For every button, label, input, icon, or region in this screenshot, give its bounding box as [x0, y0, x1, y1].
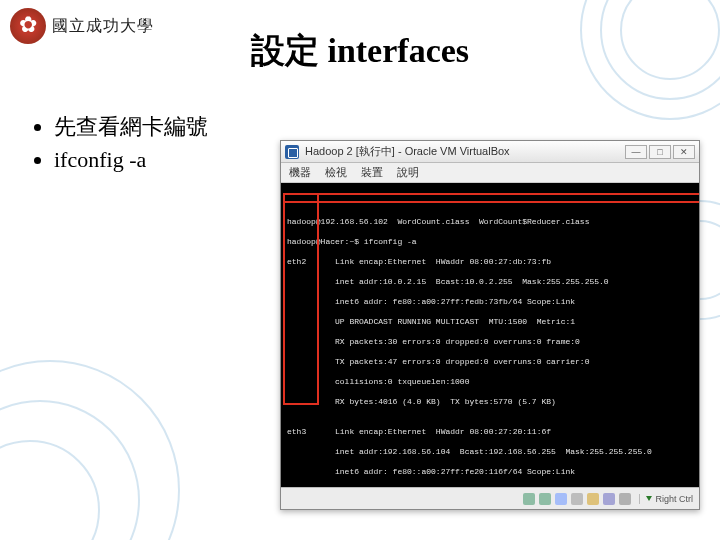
terminal-line: hadoop@Hacer:~$ ifconfig -a	[287, 237, 693, 247]
arrow-down-icon	[646, 496, 652, 501]
terminal-line: inet addr:192.168.56.104 Bcast:192.168.5…	[287, 447, 693, 457]
host-key-indicator[interactable]: Right Ctrl	[639, 494, 693, 504]
terminal-line: collisions:0 txqueuelen:1000	[287, 377, 693, 387]
highlight-command-box	[283, 193, 699, 203]
close-button[interactable]: ✕	[673, 145, 695, 159]
virtualbox-icon	[285, 145, 299, 159]
menu-devices[interactable]: 裝置	[361, 165, 383, 180]
shared-folder-icon[interactable]	[587, 493, 599, 505]
terminal-line: hadoop@192.168.56.102 WordCount.class Wo…	[287, 217, 693, 227]
vm-statusbar: Right Ctrl	[281, 487, 699, 509]
terminal-line: eth3 Link encap:Ethernet HWaddr 08:00:27…	[287, 427, 693, 437]
bullet-list: 先查看網卡編號 ifconfig -a	[34, 110, 208, 176]
menu-view[interactable]: 檢視	[325, 165, 347, 180]
vm-titlebar[interactable]: Hadoop 2 [執行中] - Oracle VM VirtualBox — …	[281, 141, 699, 163]
logo-emblem-icon	[10, 8, 46, 44]
bullet-item: 先查看網卡編號	[54, 110, 208, 143]
display-icon[interactable]	[603, 493, 615, 505]
terminal-line: TX packets:47 errors:0 dropped:0 overrun…	[287, 357, 693, 367]
window-controls: — □ ✕	[625, 145, 695, 159]
vm-window: Hadoop 2 [執行中] - Oracle VM VirtualBox — …	[280, 140, 700, 510]
minimize-button[interactable]: —	[625, 145, 647, 159]
mouse-integration-icon[interactable]	[619, 493, 631, 505]
vm-menubar: 機器 檢視 裝置 說明	[281, 163, 699, 183]
menu-help[interactable]: 說明	[397, 165, 419, 180]
menu-machine[interactable]: 機器	[289, 165, 311, 180]
terminal-line: RX packets:30 errors:0 dropped:0 overrun…	[287, 337, 693, 347]
bullet-item: ifconfig -a	[54, 143, 208, 176]
terminal-line: RX bytes:4016 (4.0 KB) TX bytes:5770 (5.…	[287, 397, 693, 407]
slide-title: 設定 interfaces	[251, 28, 469, 74]
harddisk-icon[interactable]	[523, 493, 535, 505]
maximize-button[interactable]: □	[649, 145, 671, 159]
usb-icon[interactable]	[571, 493, 583, 505]
terminal-line: eth2 Link encap:Ethernet HWaddr 08:00:27…	[287, 257, 693, 267]
terminal-output[interactable]: hadoop@192.168.56.102 WordCount.class Wo…	[281, 183, 699, 487]
vm-window-title: Hadoop 2 [執行中] - Oracle VM VirtualBox	[305, 144, 510, 159]
terminal-line: inet6 addr: fe80::a00:27ff:fedb:73fb/64 …	[287, 297, 693, 307]
terminal-line: inet addr:10.0.2.15 Bcast:10.0.2.255 Mas…	[287, 277, 693, 287]
terminal-line: UP BROADCAST RUNNING MULTICAST MTU:1500 …	[287, 317, 693, 327]
network-icon[interactable]	[555, 493, 567, 505]
host-key-label: Right Ctrl	[655, 494, 693, 504]
terminal-line: inet6 addr: fe80::a00:27ff:fe20:116f/64 …	[287, 467, 693, 477]
university-logo: 國立成功大學	[10, 8, 154, 44]
optical-icon[interactable]	[539, 493, 551, 505]
logo-text: 國立成功大學	[52, 16, 154, 37]
